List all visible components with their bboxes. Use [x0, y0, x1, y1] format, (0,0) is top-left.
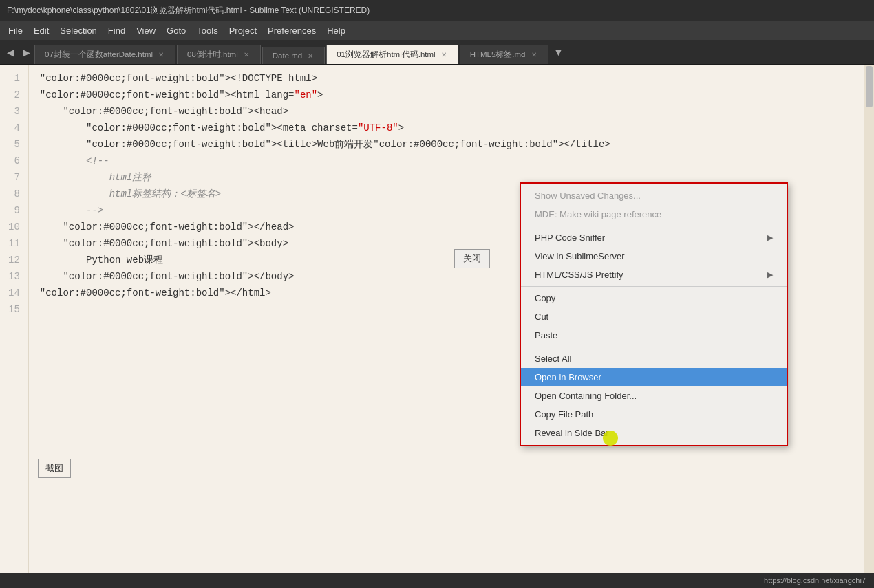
tabbar: ◀ ▶ 07封装一个函数afterDate.html ✕ 08倒计时.html … [0, 40, 874, 65]
code-line[interactable]: "color:#0000cc;font-weight:bold"><!DOCTY… [40, 70, 863, 87]
menu-find[interactable]: Find [103, 23, 131, 38]
menu-item-7[interactable]: Copy [521, 289, 787, 307]
line-number: 4 [8, 120, 20, 136]
menu-item-label: Show Unsaved Changes... [535, 190, 641, 201]
tab-2-close[interactable]: ✕ [306, 52, 315, 60]
tab-0[interactable]: 07封装一个函数afterDate.html ✕ [34, 45, 175, 64]
menu-item-14[interactable]: Copy File Path [521, 405, 787, 424]
line-numbers: 123456789101112131415 [0, 65, 29, 573]
line-number: 15 [8, 301, 20, 318]
menu-item-13[interactable]: Open Containing Folder... [521, 386, 787, 405]
menu-item-4[interactable]: View in SublimeServer [521, 247, 787, 265]
menu-item-label: Cut [535, 312, 548, 322]
context-menu: Show Unsaved Changes...MDE: Make wiki pa… [520, 182, 788, 446]
menu-separator [521, 286, 787, 287]
line-number: 6 [8, 153, 20, 169]
menu-tools[interactable]: Tools [191, 23, 223, 38]
titlebar: F:\mydoc\kphone\class\python\1802\01浏览器解… [0, 0, 874, 21]
menu-goto[interactable]: Goto [161, 23, 191, 38]
line-number: 12 [8, 252, 20, 268]
menu-item-label: Reveal in Side Bar [535, 428, 609, 438]
tab-0-close[interactable]: ✕ [157, 51, 165, 58]
tab-1-label: 08倒计时.html [187, 50, 238, 60]
menu-item-label: HTML/CSS/JS Prettify [535, 270, 623, 280]
line-number: 2 [8, 87, 20, 103]
tab-scroll-right[interactable]: ▶ [19, 47, 34, 58]
menu-item-label: Copy File Path [535, 409, 593, 420]
menu-item-0[interactable]: Show Unsaved Changes... [521, 186, 787, 205]
submenu-arrow-icon: ▶ [767, 233, 773, 242]
tab-4-close[interactable]: ✕ [530, 51, 538, 58]
menu-item-label: PHP Code Sniffer [535, 232, 605, 243]
menu-item-label: MDE: Make wiki page reference [535, 209, 661, 219]
code-line[interactable]: "color:#0000cc;font-weight:bold"><html l… [40, 87, 863, 103]
tab-1[interactable]: 08倒计时.html ✕ [177, 45, 261, 64]
menu-file[interactable]: File [3, 23, 28, 38]
menu-item-label: Open in Browser [535, 372, 601, 382]
scrollbar[interactable] [864, 65, 874, 573]
tab-4[interactable]: HTML5标签.md ✕ [460, 45, 548, 64]
menu-preferences[interactable]: Preferences [262, 23, 321, 38]
menu-item-11[interactable]: Select All [521, 349, 787, 368]
line-number: 3 [8, 103, 20, 120]
line-number: 9 [8, 202, 20, 219]
tab-1-close[interactable]: ✕ [242, 51, 251, 58]
tab-3[interactable]: 01浏览器解析html代码.html ✕ [326, 45, 458, 64]
line-number: 5 [8, 136, 20, 153]
code-line[interactable]: "color:#0000cc;font-weight:bold"><title>… [40, 136, 863, 153]
tab-overflow[interactable]: ▼ [550, 47, 568, 58]
tab-3-label: 01浏览器解析html代码.html [337, 50, 435, 60]
line-number: 8 [8, 186, 20, 202]
tab-4-label: HTML5标签.md [470, 50, 526, 60]
menu-edit[interactable]: Edit [28, 23, 54, 38]
menu-item-3[interactable]: PHP Code Sniffer▶ [521, 228, 787, 247]
tab-3-close[interactable]: ✕ [440, 51, 448, 58]
statusbar: https://blog.csdn.net/xiangchi7 [0, 573, 874, 588]
cursor-dot [603, 431, 618, 446]
menubar: File Edit Selection Find View Goto Tools… [0, 21, 874, 40]
scrollbar-thumb[interactable] [866, 66, 873, 107]
menu-selection[interactable]: Selection [54, 23, 102, 38]
menu-project[interactable]: Project [224, 23, 262, 38]
line-number: 10 [8, 219, 20, 235]
tab-2[interactable]: Date.md ✕ [262, 47, 325, 64]
titlebar-text: F:\mydoc\kphone\class\python\1802\01浏览器解… [7, 5, 370, 17]
menu-item-label: Select All [535, 353, 571, 364]
tab-0-label: 07封装一个函数afterDate.html [45, 50, 153, 60]
menu-separator [521, 226, 787, 226]
line-number: 13 [8, 268, 20, 285]
menu-item-15[interactable]: Reveal in Side Bar [521, 424, 787, 442]
menu-item-12[interactable]: Open in Browser [521, 368, 787, 386]
menu-item-8[interactable]: Cut [521, 307, 787, 326]
line-number: 1 [8, 70, 20, 87]
line-number: 14 [8, 285, 20, 301]
close-button[interactable]: 关闭 [454, 249, 490, 268]
menu-item-label: Open Containing Folder... [535, 391, 637, 401]
menu-item-label: Copy [535, 293, 555, 303]
line-number: 11 [8, 235, 20, 252]
menu-item-5[interactable]: HTML/CSS/JS Prettify▶ [521, 265, 787, 284]
statusbar-text: https://blog.csdn.net/xiangchi7 [764, 576, 866, 585]
menu-item-1[interactable]: MDE: Make wiki page reference [521, 205, 787, 224]
menu-separator [521, 347, 787, 347]
screenshot-label: 截图 [38, 459, 71, 478]
menu-help[interactable]: Help [321, 23, 351, 38]
tab-2-label: Date.md [273, 52, 302, 60]
menu-item-label: View in SublimeServer [535, 251, 625, 261]
submenu-arrow-icon: ▶ [767, 270, 773, 279]
menu-item-label: Paste [535, 330, 557, 340]
code-line[interactable]: <!-- [40, 153, 863, 169]
code-line[interactable]: "color:#0000cc;font-weight:bold"><head> [40, 103, 863, 120]
code-line[interactable]: "color:#0000cc;font-weight:bold"><meta c… [40, 120, 863, 136]
menu-item-9[interactable]: Paste [521, 326, 787, 345]
line-number: 7 [8, 169, 20, 186]
menu-view[interactable]: View [131, 23, 161, 38]
tab-scroll-left[interactable]: ◀ [3, 47, 19, 58]
